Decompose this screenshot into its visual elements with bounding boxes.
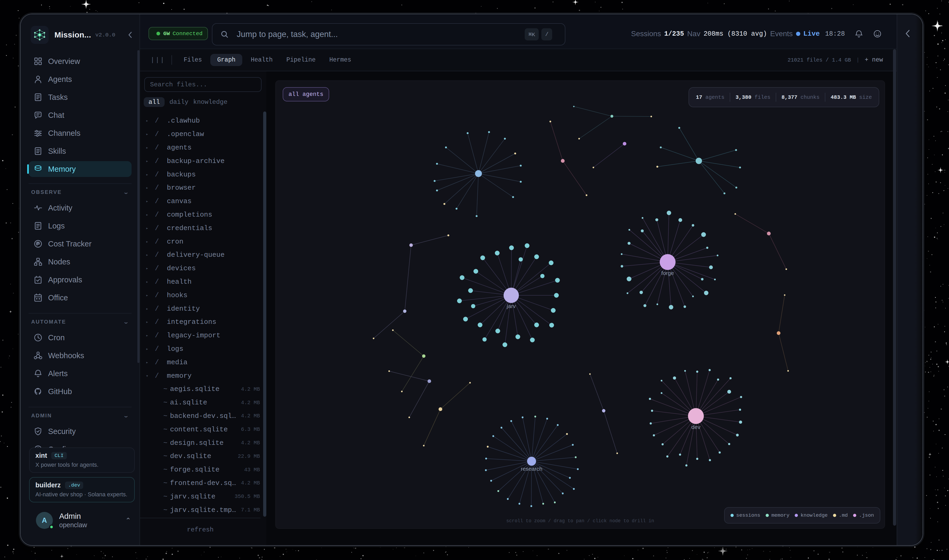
svg-text:research: research bbox=[521, 466, 542, 472]
svg-text:forge: forge bbox=[661, 270, 674, 276]
svg-text:dev: dev bbox=[691, 424, 700, 430]
svg-text:jarv: jarv bbox=[506, 303, 516, 309]
